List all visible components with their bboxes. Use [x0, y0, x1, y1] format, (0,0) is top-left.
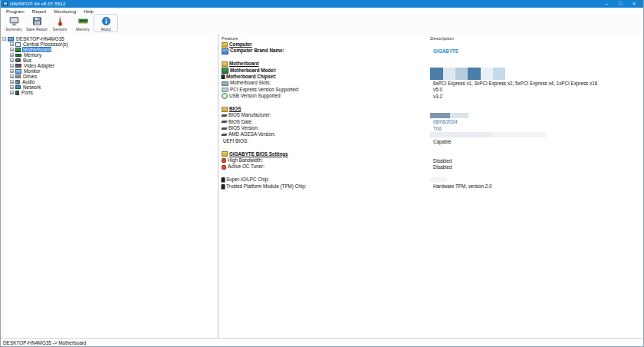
summary-button[interactable]: Summary	[2, 15, 25, 31]
tree-item-bus[interactable]: +Bus	[1, 58, 218, 63]
about-button[interactable]: About	[94, 15, 117, 31]
feature-label: Motherboard Model:	[230, 68, 277, 74]
feature-row-active-oc-tuner[interactable]: Active OC Tuner:Disabled	[219, 164, 643, 170]
tree-item-label: Audio	[21, 79, 35, 84]
feature-value: 08/06/2024	[433, 119, 458, 125]
menu-program[interactable]: Program	[2, 8, 28, 15]
feature-label: BIOS Manufacturer:	[228, 112, 271, 118]
feature-row-bios[interactable]: BIOS	[219, 106, 643, 112]
minimize-icon[interactable]: –	[600, 0, 613, 8]
expand-icon[interactable]: +	[10, 58, 14, 62]
feature-row-trusted-platform-module-tpm-chip[interactable]: Trusted Platform Module (TPM) Chip:Hardw…	[219, 183, 643, 190]
feature-label: Computer	[229, 41, 252, 48]
toolbar-label: Memory	[76, 27, 90, 31]
tree-item-monitor[interactable]: +Monitor	[1, 68, 218, 74]
spacer-row	[219, 100, 643, 106]
details-panel: Feature Description ComputerComputer Bra…	[219, 34, 643, 338]
feature-row-high-bandwidth[interactable]: High Bandwidth:Disabled	[219, 157, 643, 164]
collapse-icon[interactable]: -	[2, 37, 6, 41]
chipset-icon	[222, 74, 225, 79]
expand-icon[interactable]: +	[10, 69, 14, 73]
save-report-floppy-icon	[32, 16, 42, 26]
memory-button[interactable]: Memory	[71, 15, 94, 31]
feature-label: Active OC Tuner:	[228, 164, 264, 170]
expand-icon[interactable]: +	[10, 91, 14, 94]
tree-item-label: Memory	[23, 52, 42, 58]
tree-item-video-adapter[interactable]: +Video Adapter	[1, 63, 218, 68]
section-icon	[222, 151, 228, 157]
menu-monitoring[interactable]: Monitoring	[50, 8, 80, 15]
feature-row-uefi-bios[interactable]: UEFI BIOS:Capable	[219, 138, 643, 144]
feature-row-computer[interactable]: Computer	[219, 41, 643, 48]
save-report-button[interactable]: Save Report	[25, 15, 48, 31]
expand-icon[interactable]: +	[10, 42, 14, 46]
feature-row-motherboard-model[interactable]: Motherboard Model:	[219, 68, 643, 74]
feature-row-super-io-lpc-chip[interactable]: Super-IO/LPC Chip:	[219, 177, 643, 183]
feature-row-bios-manufacturer[interactable]: BIOS Manufacturer:	[219, 112, 643, 118]
memory-icon	[15, 54, 21, 57]
toolbar-label: About	[100, 27, 110, 31]
feature-label: BIOS	[229, 106, 241, 112]
menu-bar: Program Report Monitoring Help	[1, 8, 643, 15]
summary-monitor-icon	[9, 16, 19, 26]
feature-column-header[interactable]: Feature	[219, 35, 430, 41]
tree-item-motherboard[interactable]: +Motherboard	[1, 47, 218, 52]
spacer-row	[219, 144, 643, 150]
about-info-icon	[101, 16, 111, 26]
tree-item-label: Network	[22, 84, 41, 90]
app-icon	[3, 2, 8, 6]
motherboard-icon	[222, 68, 228, 74]
expand-icon[interactable]: +	[10, 85, 14, 89]
feature-row-gigabyte-bios-settings[interactable]: GIGABYTE BIOS Settings	[219, 151, 643, 157]
menu-report[interactable]: Report	[28, 8, 51, 15]
redacted-value	[430, 177, 447, 182]
feature-label: High Bandwidth:	[228, 157, 263, 164]
tree-item-ports[interactable]: +Ports	[1, 90, 218, 95]
redacted-value	[430, 68, 505, 80]
feature-row-amd-agesa-version[interactable]: AMD AGESA Version:	[219, 131, 643, 137]
feature-value: GIGABYTE	[433, 48, 458, 54]
chip-icon	[222, 184, 225, 189]
feature-row-bios-date[interactable]: BIOS Date:08/06/2024	[219, 119, 643, 125]
feature-row-usb-version-supported[interactable]: USB Version Supported:v3.2	[219, 93, 643, 99]
bios-icon	[222, 120, 227, 124]
description-column-header[interactable]: Description	[430, 35, 454, 41]
tree-item-memory[interactable]: +Memory	[1, 52, 218, 58]
feature-row-pci-express-version-supported[interactable]: PCI Express Version Supported:v5.0	[219, 87, 643, 93]
tree-item-label: Ports	[21, 90, 34, 95]
audio-icon	[15, 80, 20, 84]
tree-item-drives[interactable]: +Drives	[1, 74, 218, 79]
expand-icon[interactable]: +	[10, 80, 14, 84]
feature-row-bios-version[interactable]: BIOS Version:T0d	[219, 125, 643, 131]
expand-icon[interactable]: +	[10, 64, 14, 68]
sensors-button[interactable]: Sensors	[48, 15, 71, 31]
feature-label: Motherboard	[229, 61, 258, 67]
expand-icon[interactable]: +	[10, 53, 14, 57]
slots-icon	[222, 81, 228, 86]
maximize-icon[interactable]: □	[613, 0, 627, 8]
expand-icon[interactable]: +	[10, 74, 14, 78]
expand-icon[interactable]: +	[10, 48, 14, 51]
ports-icon	[15, 91, 19, 95]
feature-label: GIGABYTE BIOS Settings	[229, 151, 288, 157]
feature-row-computer-brand-name[interactable]: Computer Brand Name:GIGABYTE	[219, 48, 643, 54]
tree-item-network[interactable]: +Network	[1, 84, 218, 90]
device-tree: -DESKTOP-HN4MG35+Central Processor(s)+Mo…	[1, 34, 219, 338]
close-icon[interactable]: ×	[627, 0, 641, 8]
spacer-row	[219, 55, 643, 61]
feature-row-motherboard[interactable]: Motherboard	[219, 61, 643, 67]
menu-help[interactable]: Help	[80, 8, 97, 15]
section-icon	[222, 107, 228, 112]
feature-value: v5.0	[433, 87, 442, 93]
toolbar-label: Summary	[5, 27, 21, 31]
tree-item-audio[interactable]: +Audio	[1, 79, 218, 84]
title-bar: HWiNFO® 64 v8.07-5512 – □ ×	[1, 0, 643, 8]
feature-row-motherboard-slots[interactable]: Motherboard Slots:6xPCI Express x1, 3xPC…	[219, 80, 643, 86]
bios-icon	[222, 133, 227, 137]
section-icon	[222, 61, 228, 67]
tree-item-central-processor-s[interactable]: +Central Processor(s)	[1, 41, 218, 47]
feature-label: BIOS Version:	[228, 125, 259, 131]
tree-item-desktop-hn4mg35[interactable]: -DESKTOP-HN4MG35	[1, 36, 218, 41]
feature-label: BIOS Date:	[228, 119, 253, 125]
network-icon	[15, 85, 21, 89]
